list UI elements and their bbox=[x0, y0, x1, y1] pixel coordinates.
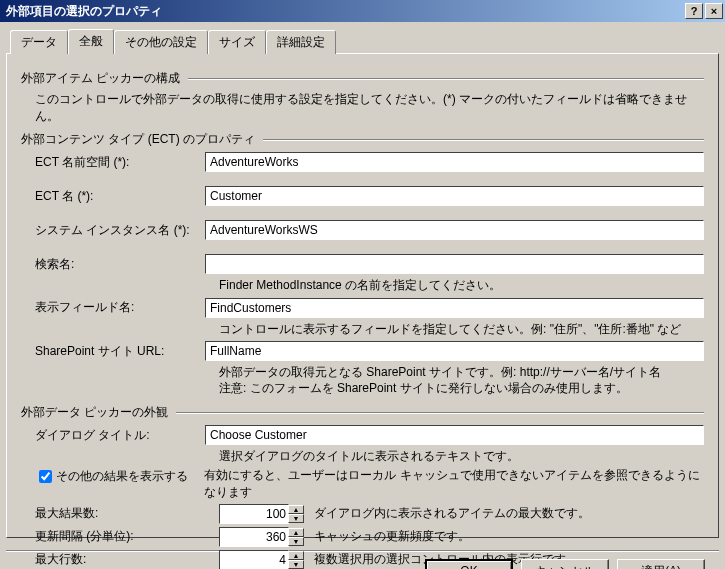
tab-data[interactable]: データ bbox=[10, 30, 68, 54]
lines-input[interactable] bbox=[219, 550, 289, 569]
window-title: 外部項目の選択のプロパティ bbox=[6, 3, 683, 20]
group1-desc: このコントロールで外部データの取得に使用する設定を指定してください。(*) マー… bbox=[35, 91, 704, 125]
spin-up-icon[interactable]: ▲ bbox=[288, 551, 304, 560]
help-button[interactable]: ? bbox=[685, 3, 703, 19]
max-hint: ダイアログ内に表示されるアイテムの最大数です。 bbox=[314, 505, 590, 522]
sys-label: システム インスタンス名 (*): bbox=[35, 222, 205, 239]
tab-size[interactable]: サイズ bbox=[208, 30, 266, 54]
max-input[interactable] bbox=[219, 504, 289, 524]
ect-name-input[interactable] bbox=[205, 186, 704, 206]
refresh-hint: キャッシュの更新頻度です。 bbox=[314, 528, 470, 545]
sp-input[interactable] bbox=[205, 341, 704, 361]
group2-title: 外部コンテンツ タイプ (ECT) のプロパティ bbox=[21, 131, 255, 148]
sp-hint: 外部データの取得元となる SharePoint サイトです。例: http://… bbox=[219, 365, 704, 396]
max-label: 最大結果数: bbox=[35, 505, 155, 522]
ect-ns-input[interactable] bbox=[205, 152, 704, 172]
refresh-label: 更新間隔 (分単位): bbox=[35, 528, 155, 545]
refresh-input[interactable] bbox=[219, 527, 289, 547]
other-results-label: その他の結果を表示する bbox=[56, 468, 188, 485]
spin-up-icon[interactable]: ▲ bbox=[288, 505, 304, 514]
spin-up-icon[interactable]: ▲ bbox=[288, 528, 304, 537]
apply-button[interactable]: 適用(A) bbox=[617, 559, 705, 569]
close-button[interactable]: × bbox=[705, 3, 723, 19]
ok-button[interactable]: OK bbox=[425, 559, 513, 569]
sp-label: SharePoint サイト URL: bbox=[35, 343, 205, 360]
other-results-hint: 有効にすると、ユーザーはローカル キャッシュで使用できないアイテムを参照できるよ… bbox=[204, 467, 704, 501]
lines-label: 最大行数: bbox=[35, 551, 155, 568]
ect-ns-label: ECT 名前空間 (*): bbox=[35, 154, 205, 171]
spin-down-icon[interactable]: ▼ bbox=[288, 514, 304, 523]
tab-general[interactable]: 全般 bbox=[68, 29, 114, 54]
tab-detail[interactable]: 詳細設定 bbox=[266, 30, 336, 54]
dialog-title-hint: 選択ダイアログのタイトルに表示されるテキストです。 bbox=[219, 449, 704, 465]
search-label: 検索名: bbox=[35, 256, 205, 273]
tab-other[interactable]: その他の設定 bbox=[114, 30, 208, 54]
sys-input[interactable] bbox=[205, 220, 704, 240]
spin-down-icon[interactable]: ▼ bbox=[288, 537, 304, 546]
dialog-title-label: ダイアログ タイトル: bbox=[35, 427, 205, 444]
disp-hint: コントロールに表示するフィールドを指定してください。例: "住所"、"住所:番地… bbox=[219, 322, 704, 338]
search-hint: Finder MethodInstance の名前を指定してください。 bbox=[219, 278, 704, 294]
spin-down-icon[interactable]: ▼ bbox=[288, 560, 304, 569]
disp-input[interactable] bbox=[205, 298, 704, 318]
ect-name-label: ECT 名 (*): bbox=[35, 188, 205, 205]
disp-label: 表示フィールド名: bbox=[35, 299, 205, 316]
group1-title: 外部アイテム ピッカーの構成 bbox=[21, 70, 180, 87]
dialog-title-input[interactable] bbox=[205, 425, 704, 445]
group3-title: 外部データ ピッカーの外観 bbox=[21, 404, 168, 421]
other-results-checkbox[interactable] bbox=[39, 470, 52, 483]
search-input[interactable] bbox=[205, 254, 704, 274]
cancel-button[interactable]: キャンセル bbox=[521, 559, 609, 569]
